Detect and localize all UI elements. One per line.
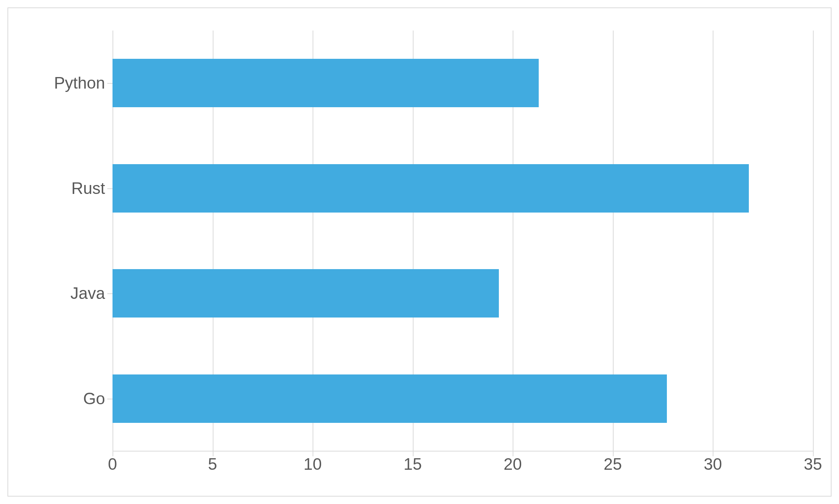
x-tick-label: 20: [498, 455, 528, 473]
bar: [113, 164, 749, 213]
x-tick-label: 35: [798, 455, 828, 473]
bar: [113, 269, 499, 318]
bar: [113, 374, 667, 423]
chart-frame: 05101520253035GoJavaRustPython: [7, 7, 832, 497]
y-category-label: Java: [16, 284, 105, 303]
plot-area: [113, 31, 813, 451]
x-tick-label: 15: [398, 455, 428, 473]
x-tick-label: 5: [198, 455, 228, 473]
y-tick-mark: [107, 399, 113, 399]
x-tick-label: 30: [698, 455, 728, 473]
y-tick-mark: [107, 293, 113, 294]
x-tick-label: 10: [298, 455, 327, 473]
y-category-label: Go: [16, 389, 105, 408]
y-tick-mark: [107, 83, 113, 84]
gridline: [713, 31, 713, 451]
x-axis-line: [113, 451, 813, 452]
y-category-label: Rust: [16, 179, 105, 198]
y-category-label: Python: [16, 74, 105, 92]
y-tick-mark: [107, 188, 113, 189]
gridline: [813, 31, 814, 451]
x-tick-label: 25: [598, 455, 628, 473]
bar: [113, 59, 539, 107]
x-tick-label: 0: [98, 455, 127, 473]
